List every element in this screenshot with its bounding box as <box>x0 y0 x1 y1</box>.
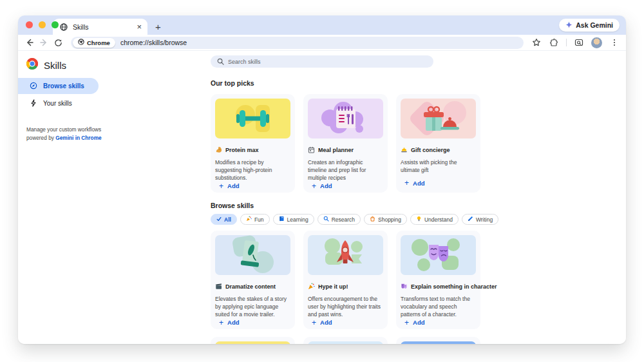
filter-chip-learning[interactable]: Learning <box>273 214 314 225</box>
party-popper-icon <box>246 216 252 223</box>
dumbbell-illustration <box>215 99 290 138</box>
scroll-quill-illustration <box>215 235 290 275</box>
filter-chip-shopping[interactable]: Shopping <box>364 214 407 225</box>
search-input[interactable] <box>228 59 427 65</box>
lightbulb-icon <box>416 216 422 223</box>
top-picks-row: Protein max Modifies a recipe by suggest… <box>211 94 626 193</box>
add-button[interactable]: + Add <box>215 319 290 327</box>
extensions-icon[interactable] <box>549 37 559 48</box>
book-icon <box>279 216 285 223</box>
partial-cards-row <box>211 337 626 344</box>
new-tab-button[interactable]: + <box>155 22 161 32</box>
lightning-bolt-icon <box>30 99 37 108</box>
browser-window: Skills × + Ask Gemini Chrome <box>18 15 626 344</box>
filter-chips: All Fun Learning Research Shopping <box>211 214 626 225</box>
chrome-chip[interactable]: Chrome <box>73 38 115 48</box>
side-panel-icon[interactable] <box>574 37 584 48</box>
pen-icon <box>468 216 473 223</box>
flexed-biceps-icon <box>215 144 222 156</box>
skill-card-dramatize-content[interactable]: Dramatize content Elevates the stakes of… <box>211 231 295 329</box>
filter-chip-fun[interactable]: Fun <box>240 214 270 225</box>
clapper-board-icon <box>215 281 222 292</box>
plus-icon: + <box>312 182 316 190</box>
sidebar-item-label: Your skills <box>43 100 72 107</box>
search-bar[interactable] <box>211 55 433 68</box>
calendar-icon <box>308 144 315 156</box>
main-area: Our top picks <box>211 51 626 344</box>
skill-card-meal-planner[interactable]: Meal planner Creates an infographic time… <box>303 94 388 193</box>
skill-card-explain-in-character[interactable]: Explain something in character Transform… <box>396 231 480 329</box>
sidebar-note-line2: powered by Gemini in Chrome <box>26 134 211 142</box>
skill-card-hype-it-up[interactable]: Hype it up! Offers encouragement to the … <box>303 231 388 329</box>
filter-chip-understand[interactable]: Understand <box>410 214 459 225</box>
plus-icon: + <box>219 182 223 190</box>
browse-skills-heading: Browse skills <box>211 202 626 209</box>
rocket-illustration <box>308 235 383 275</box>
app-header: Skills <box>18 55 211 78</box>
toolbar: Chrome chrome://skills/browse <box>18 35 626 50</box>
reload-icon[interactable] <box>53 37 63 48</box>
menu-icon[interactable] <box>609 37 620 48</box>
close-window-button[interactable] <box>26 21 33 28</box>
sidebar-note-line1: Manage your custom workflows <box>26 126 211 134</box>
sidebar-item-your-skills[interactable]: Your skills <box>18 95 99 111</box>
sidebar: Skills Browse skills Your skills Manage … <box>18 51 211 344</box>
bookmark-star-icon[interactable] <box>531 37 542 48</box>
theater-masks-illustration <box>401 235 476 275</box>
filter-chip-writing[interactable]: Writing <box>462 214 498 225</box>
compass-icon <box>30 82 37 91</box>
gemini-sparkle-icon <box>565 21 573 30</box>
shopping-bag-icon <box>370 216 375 223</box>
forward-arrow-icon[interactable] <box>39 37 49 48</box>
zoom-window-button[interactable] <box>52 21 59 28</box>
chrome-logo-icon <box>26 58 38 72</box>
skill-card-gift-concierge[interactable]: Gift concierge Assists with picking the … <box>396 94 480 193</box>
plus-icon: + <box>312 319 316 327</box>
sidebar-item-label: Browse skills <box>43 82 84 90</box>
top-picks-heading: Our top picks <box>211 79 626 87</box>
sidebar-item-browse-skills[interactable]: Browse skills <box>18 78 99 94</box>
profile-avatar[interactable] <box>591 37 602 48</box>
gift-and-bell-illustration <box>401 99 476 138</box>
browse-skills-row: Dramatize content Elevates the stakes of… <box>211 231 626 329</box>
skill-card-partial[interactable] <box>303 337 388 344</box>
tab-title: Skills <box>73 23 133 31</box>
gemini-in-chrome-link[interactable]: Gemini in Chrome <box>55 135 101 141</box>
bellhop-bell-icon <box>401 144 408 156</box>
skill-card-partial[interactable] <box>396 337 480 344</box>
add-button[interactable]: + Add <box>401 319 476 327</box>
magnifier-icon <box>323 216 329 223</box>
plus-icon: + <box>404 319 409 327</box>
add-button[interactable]: + Add <box>308 319 383 327</box>
chrome-chip-label: Chrome <box>87 39 110 46</box>
chrome-logo-mono-icon <box>78 39 84 46</box>
page-title: Skills <box>44 60 66 71</box>
tab-skills[interactable]: Skills × <box>53 19 147 35</box>
toolbar-right <box>531 37 620 48</box>
tab-strip: Skills × + Ask Gemini <box>18 15 626 35</box>
search-icon <box>217 56 224 68</box>
check-icon <box>216 216 222 223</box>
meal-calendar-illustration <box>308 99 383 138</box>
plus-icon: + <box>404 179 409 187</box>
filter-chip-research[interactable]: Research <box>317 214 361 225</box>
add-button[interactable]: + Add <box>215 182 290 190</box>
address-bar[interactable]: Chrome chrome://skills/browse <box>71 37 524 49</box>
ask-gemini-label: Ask Gemini <box>576 21 613 29</box>
skill-card-protein-max[interactable]: Protein max Modifies a recipe by suggest… <box>211 94 295 193</box>
add-button[interactable]: + Add <box>401 179 476 187</box>
skill-card-partial[interactable] <box>211 337 295 344</box>
plus-icon: + <box>219 319 223 327</box>
party-popper-icon <box>308 281 315 292</box>
sidebar-note: Manage your custom workflows powered by … <box>26 126 211 142</box>
theater-masks-icon <box>401 281 408 292</box>
add-button[interactable]: + Add <box>308 182 383 190</box>
filter-chip-all[interactable]: All <box>211 214 237 225</box>
page-content: Skills Browse skills Your skills Manage … <box>18 50 626 344</box>
minimize-window-button[interactable] <box>39 21 46 28</box>
traffic-lights <box>26 21 59 28</box>
url-text[interactable]: chrome://skills/browse <box>120 39 187 46</box>
ask-gemini-button[interactable]: Ask Gemini <box>559 19 620 32</box>
close-tab-icon[interactable]: × <box>137 23 142 31</box>
back-arrow-icon[interactable] <box>24 37 35 48</box>
